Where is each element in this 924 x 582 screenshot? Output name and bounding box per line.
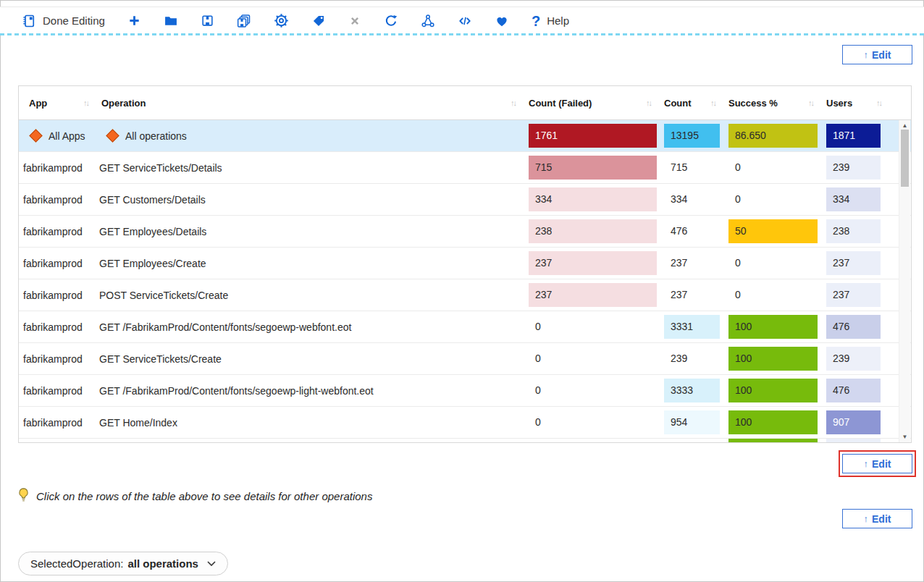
- close-button[interactable]: [348, 14, 361, 28]
- metric-cell: 0: [724, 279, 822, 311]
- metric-cell: 476: [822, 375, 890, 406]
- up-arrow-icon: ↑: [864, 458, 869, 469]
- metric-cell: 3331: [660, 311, 724, 342]
- help-button[interactable]: ?Help: [532, 14, 569, 28]
- edit-button-table[interactable]: ↑ Edit: [842, 454, 912, 473]
- column-header-success[interactable]: Success %↑↓: [724, 86, 822, 119]
- metric-value: 3333: [664, 379, 720, 402]
- metric-cell: 100: [724, 407, 822, 438]
- refresh-button[interactable]: [384, 14, 398, 28]
- table-row[interactable]: fabrikamprodGET Employees/Create23723702…: [19, 248, 911, 279]
- table-row[interactable]: fabrikamprodGET ServiceTickets/Details71…: [19, 152, 911, 184]
- app-name: fabrikamprod: [23, 417, 83, 429]
- toolbar: Done Editing?Help: [0, 7, 924, 34]
- metric-cell: 715: [524, 152, 660, 183]
- operation-name: All operations: [125, 130, 187, 142]
- metric-value: 237: [529, 283, 657, 307]
- metric-value: 86.650: [728, 124, 818, 148]
- notebook-edit-button[interactable]: Done Editing: [22, 14, 105, 28]
- tip-row: Click on the rows of the table above to …: [18, 488, 372, 505]
- column-header-app[interactable]: App↑↓: [19, 86, 97, 119]
- metric-cell: 237: [822, 248, 890, 279]
- metric-cell: 1761: [524, 120, 660, 151]
- app-name: fabrikamprod: [23, 194, 83, 206]
- app-cell: fabrikamprod: [19, 375, 97, 406]
- selected-operation-dropdown[interactable]: SelectedOperation: all operations: [18, 552, 228, 575]
- operation-cell: GET Employees/Details: [97, 216, 524, 247]
- metric-cell: 476: [822, 311, 890, 342]
- save-all-button[interactable]: [237, 14, 251, 28]
- table-row[interactable]: [19, 439, 911, 442]
- metric-cell: 239: [822, 343, 890, 374]
- favorite-heart-button[interactable]: [495, 14, 509, 28]
- table-row[interactable]: fabrikamprodGET /FabrikamProd/Content/fo…: [19, 311, 911, 343]
- table-row[interactable]: fabrikamprodGET Home/Index0954100907: [19, 407, 911, 439]
- metric-value: 334: [529, 187, 657, 211]
- column-header-count-failed[interactable]: Count (Failed)↑↓: [524, 86, 660, 119]
- metric-value: 13195: [664, 124, 720, 148]
- sort-icon: ↑↓: [872, 98, 881, 107]
- settings-gear-icon: [274, 13, 289, 28]
- table-row[interactable]: fabrikamprodGET ServiceTickets/Create023…: [19, 343, 911, 375]
- open-folder-icon: [164, 14, 178, 28]
- metric-value: 238: [826, 219, 881, 243]
- code-view-button[interactable]: [458, 14, 472, 28]
- metric-value: 100: [728, 315, 818, 339]
- lightbulb-icon: [18, 488, 29, 505]
- scrollbar-thumb[interactable]: [901, 130, 909, 187]
- metric-value: 239: [826, 156, 881, 180]
- vertical-scrollbar[interactable]: ▲ ▼: [899, 120, 910, 442]
- table-row[interactable]: All AppsAll operations17611319586.650187…: [19, 120, 911, 152]
- add-button[interactable]: [127, 14, 141, 28]
- metric-value: 715: [664, 156, 720, 180]
- operation-cell: GET Employees/Create: [97, 248, 524, 279]
- metric-value: 334: [664, 187, 720, 211]
- save-button[interactable]: [201, 14, 214, 28]
- add-icon: [127, 14, 141, 28]
- operation-cell: GET ServiceTickets/Create: [97, 343, 524, 374]
- share-button[interactable]: [421, 14, 435, 28]
- tag-button[interactable]: [311, 14, 326, 28]
- metric-cell: 334: [524, 184, 660, 215]
- operation-name: GET Employees/Details: [99, 226, 206, 237]
- metric-value: 715: [529, 156, 657, 180]
- open-folder-button[interactable]: [164, 14, 178, 28]
- settings-gear-button[interactable]: [274, 13, 289, 28]
- metric-value: 50: [728, 219, 818, 243]
- edit-button-text[interactable]: ↑ Edit: [842, 509, 912, 528]
- app-name: All Apps: [49, 130, 85, 142]
- operation-name: GET ServiceTickets/Details: [99, 162, 222, 174]
- metric-cell: 237: [660, 279, 724, 311]
- metric-value: 0: [728, 156, 818, 180]
- metric-value: 3331: [664, 315, 720, 339]
- metric-cell: 954: [660, 407, 724, 438]
- operation-cell: GET Customers/Details: [97, 184, 524, 215]
- toolbar-label: Help: [547, 14, 569, 27]
- section-divider-dashed: [0, 33, 924, 35]
- metric-cell: 0: [524, 311, 660, 342]
- metric-cell: 0: [524, 407, 660, 438]
- table-row[interactable]: fabrikamprodGET /FabrikamProd/Content/fo…: [19, 375, 911, 407]
- metric-value: 0: [529, 347, 657, 371]
- metric-cell: 0: [724, 152, 822, 183]
- column-header-users[interactable]: Users↑↓: [822, 86, 890, 119]
- metric-value: 237: [664, 283, 720, 307]
- table-row[interactable]: fabrikamprodGET Employees/Details2384765…: [19, 216, 911, 248]
- app-cell: [19, 439, 97, 442]
- operation-name: GET /FabrikamProd/Content/fonts/segoewp-…: [99, 321, 351, 333]
- column-header-count[interactable]: Count↑↓: [660, 86, 724, 119]
- table-row[interactable]: fabrikamprodGET Customers/Details3343340…: [19, 184, 911, 216]
- edit-button-top[interactable]: ↑ Edit: [842, 45, 912, 64]
- operation-cell: GET /FabrikamProd/Content/fonts/segoewp-…: [97, 375, 524, 406]
- metric-value: 100: [728, 347, 818, 371]
- metric-cell: [660, 439, 724, 442]
- table-row[interactable]: fabrikamprodPOST ServiceTickets/Create23…: [19, 279, 911, 311]
- scroll-down-icon[interactable]: ▼: [899, 434, 910, 440]
- scroll-up-icon[interactable]: ▲: [899, 122, 910, 129]
- metric-cell: 239: [660, 343, 724, 374]
- metric-value: 237: [529, 251, 657, 275]
- column-header-operation[interactable]: Operation↑↓: [97, 86, 524, 119]
- metric-value: 239: [826, 347, 881, 371]
- table-body: All AppsAll operations17611319586.650187…: [19, 120, 911, 442]
- metric-value: 237: [826, 283, 881, 307]
